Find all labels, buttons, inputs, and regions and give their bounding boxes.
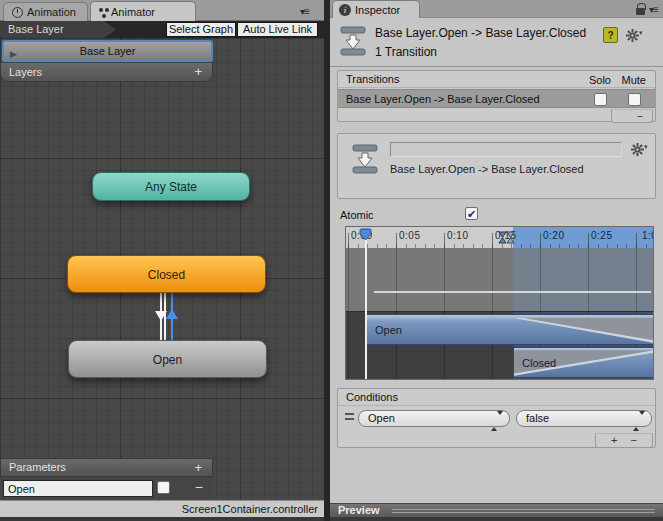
node-any-state[interactable]: Any State bbox=[92, 172, 250, 201]
transition-icon bbox=[352, 142, 378, 176]
timeline-tick-label: 0:05 bbox=[399, 230, 420, 241]
transitions-minibar: − bbox=[611, 109, 653, 123]
dropdown-arrows-icon bbox=[633, 414, 645, 429]
blend-out-wedge bbox=[367, 315, 654, 344]
transitions-box: Transitions Solo Mute Base Layer.Open ->… bbox=[337, 70, 656, 122]
select-graph-button[interactable]: Select Graph bbox=[166, 22, 236, 37]
condition-drag-handle[interactable] bbox=[345, 413, 354, 420]
add-condition-button[interactable]: + bbox=[611, 434, 617, 446]
remove-condition-button[interactable]: − bbox=[631, 434, 637, 446]
timeline-tick-label: 0:25 bbox=[591, 230, 612, 241]
inspector-subtitle: 1 Transition bbox=[375, 45, 437, 59]
clip-open-label: Open bbox=[375, 315, 402, 344]
controller-path-label: Screen1Container.controller bbox=[182, 503, 318, 515]
parameter-name-input[interactable] bbox=[3, 480, 153, 497]
condition-parameter-dropdown[interactable]: Open bbox=[358, 410, 510, 427]
timeline-grid bbox=[346, 248, 653, 311]
animator-panel: Animation Animator ▾≡ Base Layer Select … bbox=[0, 0, 324, 521]
add-layer-button[interactable]: + bbox=[194, 63, 202, 81]
breadcrumb[interactable]: Base Layer bbox=[0, 21, 116, 38]
add-parameter-button[interactable]: + bbox=[194, 459, 202, 476]
gear-caret-icon: ▾ bbox=[644, 143, 648, 150]
conditions-box: Conditions Open false + − bbox=[337, 388, 656, 448]
mute-checkbox[interactable] bbox=[628, 93, 641, 106]
atomic-label: Atomic bbox=[340, 209, 374, 221]
preview-label: Preview bbox=[338, 504, 380, 516]
remove-parameter-button[interactable]: − bbox=[195, 479, 203, 495]
bottom-strip-left bbox=[0, 517, 324, 521]
solo-checkbox[interactable] bbox=[594, 93, 607, 106]
inspector-tabstrip: i Inspector ▾≡ bbox=[330, 0, 663, 18]
animator-icon bbox=[99, 8, 103, 12]
transition-timeline[interactable]: 0:00 0:05 0:10 0:15 0:20 0:25 1:00 bbox=[345, 226, 654, 380]
timeline-bars-area: Open Closed bbox=[346, 311, 653, 379]
inspector-pane-menu-icon[interactable]: ▾≡ bbox=[649, 4, 658, 15]
timeline-curve-area[interactable] bbox=[346, 248, 653, 311]
lock-icon[interactable] bbox=[636, 8, 645, 15]
transition-list-row[interactable]: Base Layer.Open -> Base Layer.Closed bbox=[338, 89, 655, 108]
atomic-checkbox[interactable]: ✔ bbox=[465, 207, 478, 220]
info-icon: i bbox=[339, 4, 351, 16]
node-closed[interactable]: Closed bbox=[67, 255, 266, 293]
gear-caret-icon: ▾ bbox=[639, 29, 643, 36]
layer-item-base-layer[interactable]: ▶ Base Layer bbox=[2, 40, 213, 62]
transitions-header-label: Transitions bbox=[346, 73, 399, 85]
transition-detail-box: ▾ Base Layer.Open -> Base Layer.Closed bbox=[337, 133, 656, 199]
layers-header-label: Layers bbox=[9, 66, 42, 78]
timeline-ruler[interactable]: 0:00 0:05 0:10 0:15 0:20 0:25 1:00 bbox=[346, 227, 653, 248]
inspector-title: Base Layer.Open -> Base Layer.Closed bbox=[375, 26, 586, 40]
inspector-panel: i Inspector ▾≡ Base Layer.Open -> Base L… bbox=[330, 0, 663, 521]
transition-row-label: Base Layer.Open -> Base Layer.Closed bbox=[346, 93, 540, 105]
preview-bar[interactable]: Preview bbox=[330, 503, 663, 517]
remove-transition-button[interactable]: − bbox=[637, 110, 643, 122]
state-machine-graph[interactable]: ▶ Base Layer Layers + Any State Closed O… bbox=[0, 38, 324, 500]
conditions-minibar: + − bbox=[595, 433, 653, 448]
layer-item-label: Base Layer bbox=[80, 45, 136, 57]
animator-toolbar: Base Layer Select Graph Auto Live Link bbox=[0, 21, 324, 38]
layers-header: Layers + bbox=[0, 63, 213, 82]
clip-bar-open[interactable]: Open bbox=[366, 314, 654, 345]
unity-editor: Animation Animator ▾≡ Base Layer Select … bbox=[0, 0, 663, 521]
breadcrumb-label: Base Layer bbox=[8, 23, 64, 35]
timeline-tick-label: 0:20 bbox=[543, 230, 564, 241]
condition-value: false bbox=[526, 412, 549, 424]
transition-icon bbox=[340, 24, 366, 58]
preview-drag-handle-icon bbox=[392, 509, 655, 513]
transitions-header: Transitions Solo Mute bbox=[338, 71, 655, 88]
parameter-row: − bbox=[0, 477, 213, 500]
blend-curve-line bbox=[374, 291, 651, 293]
clock-icon bbox=[12, 7, 23, 18]
timeline-tick-label: 0:10 bbox=[447, 230, 468, 241]
triangle-right-icon: ▶ bbox=[10, 45, 17, 63]
parameters-header: Parameters + bbox=[0, 458, 213, 477]
tab-animator[interactable]: Animator bbox=[90, 1, 196, 21]
parameter-value-checkbox[interactable] bbox=[157, 481, 170, 494]
transition-end-marker-icon[interactable] bbox=[506, 231, 515, 244]
help-icon[interactable]: ? bbox=[603, 27, 618, 43]
transition-gear-icon[interactable]: ▾ bbox=[631, 143, 648, 158]
gear-icon[interactable]: ▾ bbox=[626, 29, 643, 44]
condition-parameter-value: Open bbox=[368, 412, 395, 424]
tab-inspector[interactable]: i Inspector bbox=[332, 0, 420, 18]
condition-value-dropdown[interactable]: false bbox=[516, 410, 652, 427]
tab-animation-label: Animation bbox=[27, 6, 76, 18]
header-separator bbox=[330, 66, 663, 67]
auto-live-link-button[interactable]: Auto Live Link bbox=[237, 22, 318, 37]
clip-closed-label: Closed bbox=[522, 348, 556, 377]
dropdown-arrows-icon bbox=[491, 414, 503, 429]
playhead-marker-icon[interactable] bbox=[359, 228, 372, 241]
pane-menu-icon[interactable]: ▾≡ bbox=[300, 6, 309, 17]
mute-column-label: Mute bbox=[622, 72, 646, 88]
conditions-header: Conditions bbox=[338, 389, 655, 406]
playhead-line[interactable] bbox=[365, 239, 367, 379]
solo-column-label: Solo bbox=[589, 72, 611, 88]
transition-detail-label: Base Layer.Open -> Base Layer.Closed bbox=[390, 163, 584, 175]
clip-bar-closed[interactable]: Closed bbox=[513, 347, 654, 378]
tab-animator-label: Animator bbox=[111, 6, 155, 18]
conditions-header-label: Conditions bbox=[346, 391, 398, 403]
animator-tabstrip: Animation Animator ▾≡ bbox=[0, 0, 324, 21]
tab-animation[interactable]: Animation bbox=[3, 2, 88, 21]
parameters-header-label: Parameters bbox=[9, 461, 66, 473]
node-open[interactable]: Open bbox=[68, 340, 267, 378]
transition-name-input[interactable] bbox=[390, 142, 622, 157]
